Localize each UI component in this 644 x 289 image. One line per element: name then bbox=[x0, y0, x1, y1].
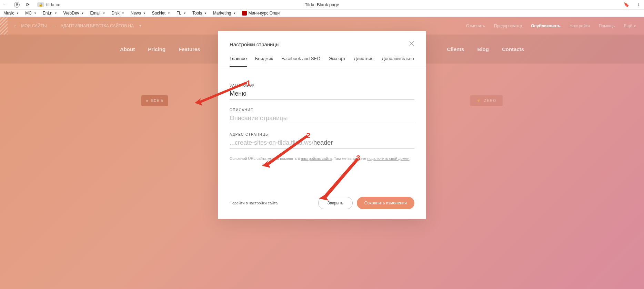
favicon-icon bbox=[242, 11, 247, 16]
nav-item[interactable]: Blog bbox=[477, 46, 489, 52]
all-blocks-button[interactable]: ≡ ВСЕ Б bbox=[141, 95, 168, 106]
chevron-down-icon[interactable]: ▼ bbox=[139, 24, 142, 28]
bookmark-item[interactable]: Disk▼ bbox=[111, 11, 124, 16]
save-button[interactable]: Сохранить изменения bbox=[357, 197, 414, 209]
tab-export[interactable]: Экспорт bbox=[329, 56, 345, 67]
publish-button[interactable]: Опубликовать bbox=[531, 23, 561, 28]
tab-actions[interactable]: Действия bbox=[354, 56, 373, 67]
bookmark-icon[interactable]: 🔖 bbox=[624, 2, 629, 7]
title-input[interactable] bbox=[230, 87, 414, 100]
close-button[interactable]: Закрыть bbox=[318, 197, 353, 209]
description-input[interactable] bbox=[230, 112, 414, 124]
yandex-icon[interactable]: Я bbox=[14, 2, 20, 8]
crumb-project[interactable]: АДАПТИВНАЯ ВЕРСТКА САЙТОВ НА bbox=[61, 23, 134, 28]
nav-item[interactable]: Features bbox=[179, 46, 200, 52]
bookmark-item[interactable]: Email▼ bbox=[90, 11, 105, 16]
modal-tabs: Главное Бейджик Facebook and SEO Экспорт… bbox=[218, 48, 426, 67]
settings-button[interactable]: Настройки bbox=[570, 23, 590, 28]
preview-button[interactable]: Предпросмотр bbox=[494, 23, 522, 28]
bookmark-item[interactable]: Music▼ bbox=[3, 11, 19, 16]
nav-item[interactable]: Pricing bbox=[148, 46, 165, 52]
tab-title: Tilda: Blank page bbox=[305, 2, 339, 7]
desc-field-label: ОПИСАНИЕ bbox=[230, 108, 414, 112]
url-hint: Основной URL сайта можно поменять в наст… bbox=[230, 156, 414, 161]
bookmark-item[interactable]: Tools▼ bbox=[192, 11, 207, 16]
address-bar[interactable]: 🔒 tilda.cc bbox=[37, 2, 60, 7]
home-icon[interactable]: ⌂ bbox=[14, 23, 16, 28]
crumb-my-sites[interactable]: МОИ САЙТЫ bbox=[21, 23, 47, 28]
tab-advanced[interactable]: Дополнительно bbox=[382, 56, 414, 67]
help-button[interactable]: Помощь bbox=[599, 23, 615, 28]
goto-site-settings-link[interactable]: Перейти в настройки сайта bbox=[230, 201, 278, 205]
nav-item[interactable]: Contacts bbox=[502, 46, 524, 52]
tab-badge[interactable]: Бейджик bbox=[255, 56, 273, 67]
url-prefix: ...create-sites-on-tilda.tilda.ws/ bbox=[230, 136, 313, 148]
bookmark-item[interactable]: FL▼ bbox=[177, 11, 186, 16]
bookmark-item[interactable]: MC▼ bbox=[25, 11, 37, 16]
hatch-decoration bbox=[0, 17, 8, 35]
close-icon[interactable] bbox=[409, 41, 414, 48]
bookmarks-bar: Music▼ MC▼ EnLn▼ WebDev▼ Email▼ Disk▼ Ne… bbox=[0, 10, 644, 17]
nav-item[interactable]: About bbox=[120, 46, 135, 52]
bookmark-item[interactable]: WebDev▼ bbox=[63, 11, 84, 16]
hint-link-settings[interactable]: настройках сайта bbox=[301, 156, 332, 161]
zero-icon: ⚡ bbox=[476, 99, 481, 103]
bookmark-item[interactable]: News▼ bbox=[131, 11, 146, 16]
tab-seo[interactable]: Facebook and SEO bbox=[281, 56, 320, 67]
nav-item[interactable]: Clients bbox=[447, 46, 464, 52]
bookmark-item[interactable]: Marketing▼ bbox=[213, 11, 236, 16]
zero-label: ZERO bbox=[484, 99, 496, 103]
breadcrumb: ⌂ МОИ САЙТЫ — АДАПТИВНАЯ ВЕРСТКА САЙТОВ … bbox=[14, 23, 142, 28]
more-button[interactable]: Ещё ▼ bbox=[624, 23, 636, 28]
bookmark-item[interactable]: Мини-курс Опци bbox=[242, 11, 280, 16]
back-icon[interactable]: ← bbox=[3, 2, 8, 7]
url-input[interactable] bbox=[313, 136, 414, 148]
reload-icon[interactable]: ⟳ bbox=[26, 2, 30, 7]
bookmark-item[interactable]: SocNet▼ bbox=[152, 11, 170, 16]
all-blocks-label: ВСЕ Б bbox=[151, 99, 163, 103]
tab-main[interactable]: Главное bbox=[230, 56, 247, 67]
page-settings-modal: Настройки страницы Главное Бейджик Faceb… bbox=[218, 31, 426, 219]
bookmark-item[interactable]: EnLn▼ bbox=[43, 11, 57, 16]
browser-toolbar: ← Я ⟳ 🔒 tilda.cc Tilda: Blank page 🔖 ⤓ bbox=[0, 0, 644, 10]
download-icon[interactable]: ⤓ bbox=[637, 2, 641, 7]
modal-title: Настройки страницы bbox=[230, 41, 280, 47]
hint-link-domain[interactable]: подключить свой домен bbox=[367, 156, 409, 161]
zero-block-button[interactable]: ⚡ ZERO bbox=[470, 95, 503, 106]
title-field-label: ЗАГОЛОВОК bbox=[230, 84, 414, 87]
crumb-sep: — bbox=[52, 23, 56, 28]
undo-button[interactable]: Отменить bbox=[466, 23, 485, 28]
menu-icon: ≡ bbox=[146, 99, 149, 103]
address-text: tilda.cc bbox=[46, 2, 60, 7]
url-field-label: АДРЕС СТРАНИЦЫ bbox=[230, 133, 414, 136]
lock-icon: 🔒 bbox=[37, 2, 44, 7]
